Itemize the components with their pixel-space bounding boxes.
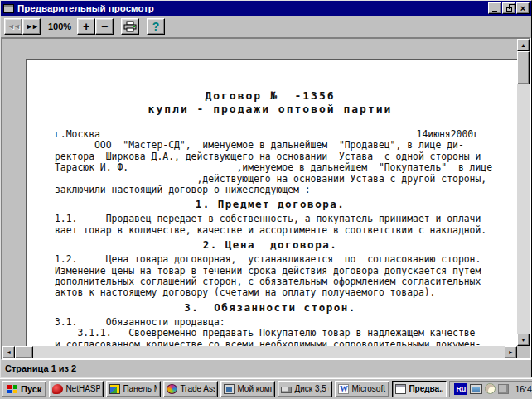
- document-line-title: Договор № -1356: [55, 89, 486, 103]
- vertical-scrollbar[interactable]: ▲ ▼: [517, 39, 530, 346]
- taskbar-button-preview[interactable]: Предва...: [392, 381, 447, 397]
- next-page-button[interactable]: ►►: [22, 18, 41, 35]
- document-line-body: ООО "Мастер-СД", именуемое в дальнейшем …: [55, 140, 492, 151]
- horizontal-scroll-thumb[interactable]: [15, 346, 33, 358]
- taskbar-button-label: Мой комп...: [237, 384, 272, 393]
- clock-time[interactable]: 16:44: [515, 384, 532, 394]
- document-line-heading: 1. Предмет договора.: [55, 198, 486, 210]
- page-status-text: Страница 1 из 2: [5, 363, 76, 373]
- document-line-heading: 2. Цена договора.: [55, 238, 486, 251]
- preview-area: Договор № -1356купли - продажи оптовой п…: [1, 37, 531, 360]
- toolbar: ◄◄ ►► 100% + − ?: [1, 16, 531, 37]
- previous-page-button[interactable]: ◄◄: [4, 18, 22, 35]
- document-line-body: дополнительных соглашений сторон, с обяз…: [55, 276, 492, 287]
- document-line-body: и согласованном количестве,со всеми необ…: [55, 339, 492, 346]
- plus-icon: +: [83, 21, 89, 32]
- document-line-body: 1.1. Продавец передает в собственность, …: [55, 214, 492, 224]
- my-computer-icon: [224, 384, 235, 394]
- taskbar-button-label: Панель М...: [123, 384, 157, 393]
- document-line-body: вает товар в количестве, качестве и ассо…: [55, 225, 492, 236]
- document-line-title: купли - продажи оптовой партии: [55, 103, 486, 116]
- control-panel-icon: [109, 384, 120, 394]
- taskbar-button-floppy-disk[interactable]: Диск 3,5 (...: [278, 381, 332, 397]
- help-button[interactable]: ?: [147, 18, 165, 35]
- restore-button[interactable]: [502, 2, 515, 14]
- minimize-icon: [492, 11, 497, 12]
- zoom-out-button[interactable]: −: [95, 18, 114, 35]
- nethasp-icon: [52, 384, 63, 394]
- printer-icon: [123, 21, 137, 32]
- taskbar-button-label: NetHASP...: [65, 384, 100, 393]
- taskbar-button-label: Microsoft ...: [351, 384, 386, 393]
- document-dateline: г.Москва14июня2000г: [55, 129, 479, 140]
- scroll-down-button[interactable]: ▼: [517, 334, 530, 346]
- document-line-heading: 3. Обязанности сторон.: [55, 301, 486, 314]
- document-line-body: 3.1. Обязанности продавца:: [55, 317, 492, 328]
- document-page-content: Договор № -1356купли - продажи оптовой п…: [55, 89, 492, 346]
- document-line-body: ,действующего на основании Устава с друг…: [55, 174, 492, 185]
- scheduler-clock-icon[interactable]: [485, 383, 496, 394]
- taskbar-button-nethasp[interactable]: NetHASP...: [49, 381, 104, 397]
- vertical-scroll-thumb[interactable]: [517, 51, 530, 84]
- taskbar: Пуск NetHASP...Панель М...Trade Assi...М…: [0, 377, 532, 399]
- document-line-body: Изменение цены на товар в течении срока …: [55, 266, 492, 276]
- previous-page-icon: ◄◄: [7, 22, 19, 31]
- taskbar-button-my-computer[interactable]: Мой комп...: [220, 381, 275, 397]
- taskbar-tasks: NetHASP...Панель М...Trade Assi...Мой ко…: [49, 381, 447, 397]
- preview-window-icon: [395, 384, 406, 394]
- status-bar: Страница 1 из 2: [1, 360, 531, 377]
- scroll-up-button[interactable]: ▲: [517, 39, 530, 51]
- document-line-body: 3.1.1. Своевременно предавать Покупателю…: [55, 328, 492, 339]
- print-button[interactable]: [121, 18, 139, 35]
- start-button[interactable]: Пуск: [2, 381, 46, 397]
- document-line-body: Тарасюк И. Ф. ,именуемое в дальнейшем "П…: [55, 162, 492, 173]
- document-line-body: заключили настоящий договор о нижеследую…: [55, 185, 492, 195]
- floppy-disk-icon: [281, 387, 292, 393]
- start-button-label: Пуск: [21, 384, 41, 394]
- titlebar[interactable]: Предварительный просмотр ×: [1, 1, 531, 16]
- help-icon: ?: [152, 21, 160, 32]
- document-line-body: актов к настоящему договору (счетами на …: [55, 287, 492, 298]
- zoom-in-button[interactable]: +: [77, 18, 95, 35]
- tray-utility-icon[interactable]: [498, 384, 509, 394]
- restore-icon: [506, 7, 512, 12]
- taskbar-button-label: Trade Assi...: [180, 384, 215, 393]
- display-settings-icon[interactable]: [470, 384, 482, 394]
- scroll-right-button[interactable]: ►: [505, 346, 517, 358]
- print-preview-window: Предварительный просмотр × ◄◄ ►► 100% + …: [0, 0, 532, 377]
- horizontal-scrollbar[interactable]: ◄ ►: [2, 346, 517, 358]
- window-title: Предварительный просмотр: [17, 3, 487, 13]
- next-page-icon: ►►: [26, 22, 37, 31]
- minus-icon: −: [101, 21, 108, 32]
- close-icon: ×: [520, 3, 525, 13]
- taskbar-button-trade-assistant[interactable]: Trade Assi...: [163, 381, 218, 397]
- close-button[interactable]: ×: [516, 2, 530, 14]
- word-icon: W: [338, 384, 349, 394]
- minimize-button[interactable]: [488, 2, 501, 14]
- scroll-left-button[interactable]: ◄: [2, 346, 15, 358]
- zoom-level-label: 100%: [48, 22, 71, 31]
- document-place: г.Москва: [55, 129, 100, 140]
- trade-assistant-icon: [167, 384, 177, 394]
- document-date: 14июня2000г: [417, 129, 479, 140]
- document-page: Договор № -1356купли - продажи оптовой п…: [26, 59, 517, 346]
- taskbar-button-label: Предва...: [409, 384, 443, 393]
- document-line-body: ректора Ширкова Д.А., действующего на ос…: [55, 151, 492, 162]
- scrollbar-corner: [517, 346, 530, 358]
- language-indicator[interactable]: Ru: [454, 383, 467, 395]
- app-icon: [3, 4, 14, 13]
- taskbar-button-microsoft-word[interactable]: WMicrosoft ...: [335, 381, 389, 397]
- document-line-body: 1.2. Цена товара договорная, устанавлива…: [55, 254, 492, 265]
- windows-logo-icon: [7, 384, 18, 394]
- screen: Предварительный просмотр × ◄◄ ►► 100% + …: [0, 0, 532, 399]
- taskbar-button-label: Диск 3,5 (...: [294, 384, 329, 393]
- taskbar-button-control-panel[interactable]: Панель М...: [106, 381, 161, 397]
- system-tray: Ru 16:44: [449, 381, 532, 397]
